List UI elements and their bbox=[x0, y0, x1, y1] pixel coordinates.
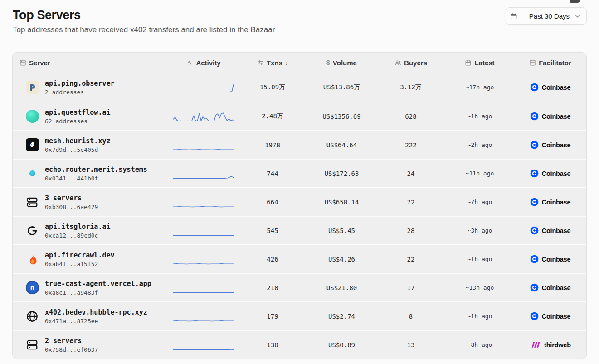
server-name[interactable]: api.questflow.ai bbox=[45, 108, 111, 116]
server-cell: x402.bedev.hubble-rpc.xyz 0x471a...8725e… bbox=[13, 308, 169, 325]
coinbase-logo-icon bbox=[530, 198, 539, 206]
coinbase-logo-icon bbox=[530, 283, 539, 292]
volume-value: US$21.80 bbox=[307, 284, 376, 291]
page-subtitle: Top addresses that have received x402 tr… bbox=[13, 25, 586, 34]
facilitator-label: Coinbase bbox=[542, 141, 571, 149]
servers-stack-icon bbox=[25, 338, 39, 352]
facilitator-cell: Coinbase bbox=[514, 141, 586, 149]
server-cell: api.questflow.ai 62 addresses bbox=[13, 108, 169, 125]
facilitator-label: Coinbase bbox=[542, 170, 571, 177]
activity-sparkline bbox=[173, 280, 234, 296]
buyers-value: 13 bbox=[376, 341, 445, 349]
truecast-logo-icon: n bbox=[25, 281, 39, 295]
activity-sparkline bbox=[173, 252, 234, 267]
coinbase-logo-icon bbox=[530, 312, 539, 320]
server-cell: api.firecrawl.dev 0xab4f...a15f52 bbox=[13, 251, 169, 267]
latest-value: ~17h ago bbox=[445, 84, 514, 91]
column-header-facilitator[interactable]: Facilitator bbox=[514, 59, 586, 67]
server-subtext: 0xb308...6ae429 bbox=[45, 204, 98, 210]
server-name[interactable]: true-cast-agent.vercel.app bbox=[45, 280, 151, 288]
facilitator-label: Coinbase bbox=[542, 227, 571, 234]
database-icon bbox=[529, 59, 536, 66]
column-label: Txns bbox=[267, 59, 282, 67]
server-subtext: 0x758d...ef0637 bbox=[45, 346, 98, 353]
table-row[interactable]: api.itsgloria.ai 0xca12...89cd0c 545 US$… bbox=[13, 216, 586, 244]
column-header-server[interactable]: Server bbox=[13, 59, 169, 67]
server-subtext: 0x0341...441b0f bbox=[45, 175, 147, 182]
server-subtext: 0xa8c1...a9483f bbox=[45, 289, 151, 296]
column-label: Facilitator bbox=[539, 59, 571, 67]
column-header-txns[interactable]: Txns ↓ bbox=[238, 59, 307, 67]
server-name[interactable]: api.itsgloria.ai bbox=[45, 223, 111, 231]
server-subtext: 0xca12...89cd0c bbox=[45, 232, 111, 239]
ping-observer-logo-icon: P bbox=[25, 81, 39, 94]
table-row[interactable]: 2 servers 0x758d...ef0637 130 US$0.89 13… bbox=[13, 330, 586, 359]
coinbase-logo-icon bbox=[530, 169, 539, 178]
column-header-latest[interactable]: Latest bbox=[445, 59, 514, 67]
activity-sparkline bbox=[173, 137, 234, 153]
activity-sparkline bbox=[173, 80, 234, 95]
table-row[interactable]: n true-cast-agent.vercel.app 0xa8c1...a9… bbox=[13, 273, 586, 301]
server-name[interactable]: 3 servers bbox=[45, 194, 98, 202]
coinbase-logo-icon bbox=[530, 255, 539, 263]
volume-value: US$0.89 bbox=[307, 341, 376, 349]
facilitator-cell: Coinbase bbox=[514, 112, 586, 121]
facilitator-cell: Coinbase bbox=[514, 283, 586, 292]
txns-value: 664 bbox=[238, 199, 307, 206]
table-row[interactable]: api.questflow.ai 62 addresses 2.48万 US$1… bbox=[13, 102, 586, 130]
facilitator-label: Coinbase bbox=[542, 84, 571, 91]
table-header-row: Server Activity Txns ↓ $ Volume Buyers L… bbox=[13, 53, 586, 73]
activity-icon bbox=[186, 59, 193, 66]
calendar-icon bbox=[506, 8, 522, 24]
txns-value: 179 bbox=[238, 313, 307, 320]
server-name[interactable]: echo.router.merit.systems bbox=[45, 165, 147, 174]
facilitator-label: Coinbase bbox=[542, 199, 571, 206]
activity-sparkline bbox=[173, 194, 234, 210]
column-header-volume[interactable]: $ Volume bbox=[307, 59, 376, 67]
txns-value: 545 bbox=[238, 227, 307, 234]
latest-value: ~8h ago bbox=[445, 341, 514, 348]
table-row[interactable]: P api.ping.observer 2 addresses 15.09万 U… bbox=[13, 73, 586, 102]
server-subtext: 0xab4f...a15f52 bbox=[45, 261, 115, 267]
buyers-value: 3.12万 bbox=[376, 83, 445, 92]
server-name[interactable]: x402.bedev.hubble-rpc.xyz bbox=[45, 308, 147, 316]
volume-value: US$4.26 bbox=[307, 256, 376, 263]
facilitator-label: Coinbase bbox=[542, 256, 571, 263]
server-subtext: 0x471a...8725ee bbox=[45, 318, 147, 325]
column-header-buyers[interactable]: Buyers bbox=[376, 59, 445, 67]
facilitator-cell: Coinbase bbox=[514, 226, 586, 235]
server-name[interactable]: 2 servers bbox=[45, 337, 98, 345]
server-name[interactable]: api.firecrawl.dev bbox=[45, 251, 115, 259]
facilitator-label: Coinbase bbox=[542, 113, 571, 120]
volume-value: US$1356.69 bbox=[307, 113, 376, 120]
chevron-down-icon bbox=[574, 12, 581, 20]
txns-value: 218 bbox=[238, 284, 307, 291]
facilitator-label: Coinbase bbox=[542, 313, 571, 320]
server-name[interactable]: api.ping.observer bbox=[45, 79, 115, 87]
server-cell: n true-cast-agent.vercel.app 0xa8c1...a9… bbox=[13, 280, 169, 296]
merit-dot-icon bbox=[25, 167, 39, 180]
table-row[interactable]: x402.bedev.hubble-rpc.xyz 0x471a...8725e… bbox=[13, 301, 586, 330]
volume-value: US$2.74 bbox=[307, 313, 376, 320]
column-label: Server bbox=[29, 59, 50, 67]
buyers-value: 17 bbox=[376, 284, 445, 291]
swap-icon bbox=[257, 59, 264, 66]
activity-sparkline bbox=[173, 337, 234, 353]
volume-value: US$658.14 bbox=[307, 199, 376, 206]
column-header-activity[interactable]: Activity bbox=[169, 59, 238, 67]
txns-value: 426 bbox=[238, 256, 307, 263]
facilitator-cell: Coinbase bbox=[514, 169, 586, 178]
activity-sparkline bbox=[173, 109, 234, 124]
coinbase-logo-icon bbox=[530, 141, 539, 149]
globe-icon bbox=[25, 310, 39, 323]
latest-value: ~2h ago bbox=[445, 141, 514, 148]
table-row[interactable]: 3 servers 0xb308...6ae429 664 US$658.14 … bbox=[13, 187, 586, 216]
table-row[interactable]: api.firecrawl.dev 0xab4f...a15f52 426 US… bbox=[13, 244, 586, 273]
coinbase-logo-icon bbox=[530, 112, 539, 121]
server-name[interactable]: mesh.heurist.xyz bbox=[45, 137, 111, 145]
date-range-select[interactable]: Past 30 Days bbox=[506, 7, 587, 25]
table-row[interactable]: Φ mesh.heurist.xyz 0x7d9d...5e405d 1978 … bbox=[13, 130, 586, 159]
latest-value: ~1h ago bbox=[445, 313, 514, 320]
buyers-value: 24 bbox=[376, 170, 445, 177]
table-row[interactable]: echo.router.merit.systems 0x0341...441b0… bbox=[13, 159, 586, 187]
